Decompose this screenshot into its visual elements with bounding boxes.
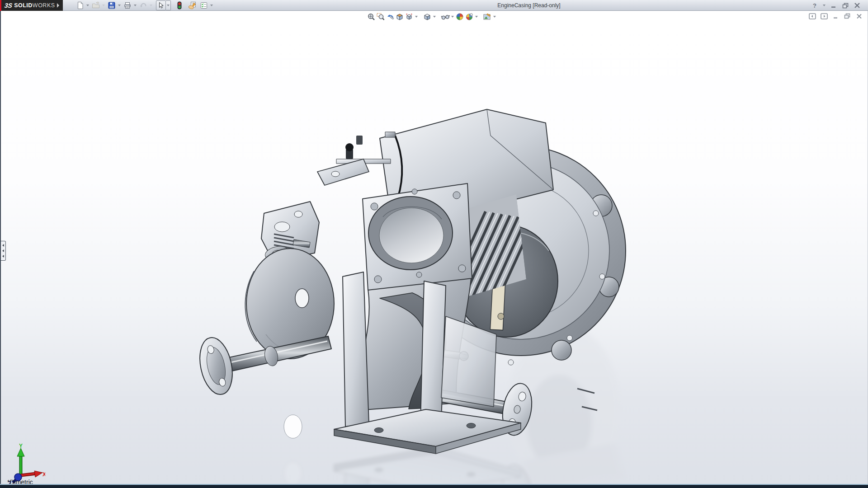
undo-button[interactable] [138,0,148,10]
print-dropdown[interactable] [132,0,137,10]
pane-previous-icon [809,13,816,19]
view-orientation-dropdown[interactable] [414,12,419,22]
file-properties-button[interactable] [187,0,197,10]
zoom-to-area-button[interactable] [376,12,385,21]
apply-scene-icon [465,13,473,21]
open-button[interactable] [91,0,101,10]
restore-icon [842,3,849,9]
save-floppy-icon [108,1,116,9]
view-orientation-icon [405,13,413,21]
model-left-bracket [261,159,369,262]
close-button[interactable] [853,1,862,9]
options-dropdown[interactable] [209,0,214,10]
zoom-to-area-icon [377,13,385,21]
doc-minimize-icon [833,14,839,19]
save-button[interactable] [107,0,117,10]
rebuild-button[interactable] [175,0,184,10]
view-orientation-button[interactable] [404,12,414,21]
print-button[interactable] [123,0,132,10]
pane-next-icon [821,13,828,19]
menu-flyout-arrow-icon[interactable] [55,1,61,9]
triad-x-label: X [42,471,45,478]
standard-toolbar [75,0,215,10]
engine-casing-model [1,11,868,484]
title-bar: 3S SOLIDWORKS [0,0,868,11]
view-settings-dropdown[interactable] [492,12,497,22]
apply-scene-button[interactable] [464,12,474,21]
app-window-controls: ? [810,0,862,11]
feature-pane-collapsed-tab[interactable] [1,241,6,261]
open-dropdown[interactable] [101,0,106,10]
hide-show-items-dropdown[interactable] [450,12,455,22]
document-window-controls [808,13,863,19]
display-style-icon [423,13,431,21]
heads-up-view-toolbar [366,12,497,21]
view-settings-icon [483,13,491,21]
select-tool-button[interactable] [156,0,166,10]
dassault-3ds-mark-icon: 3S [4,2,13,9]
help-button[interactable]: ? [810,1,819,9]
save-dropdown[interactable] [117,0,122,10]
undo-arrow-icon [139,1,147,9]
pane-next-button[interactable] [820,13,828,19]
solidworks-wordmark: SOLIDWORKS [14,2,55,9]
doc-close-button[interactable] [855,13,863,19]
bottom-window-edge [0,484,868,488]
minimize-icon [831,3,837,8]
print-icon [123,1,132,9]
minimize-button[interactable] [829,1,838,9]
view-orientation-label: *Dimetric [7,479,33,484]
collapse-arrow-icon [2,249,4,252]
help-dropdown[interactable] [822,1,826,9]
appearance-ball-icon [456,13,464,21]
eyeglasses-icon [441,13,450,21]
new-document-dropdown[interactable] [85,0,90,10]
view-settings-button[interactable] [482,12,492,21]
document-title: EngineCasing [Read-only] [433,0,625,10]
close-icon [854,3,860,8]
display-style-button[interactable] [422,12,432,21]
section-view-button[interactable] [395,12,404,21]
undo-dropdown[interactable] [148,0,153,10]
pane-previous-button[interactable] [808,13,816,19]
previous-view-button[interactable] [385,12,395,21]
zoom-to-fit-icon [367,13,375,21]
new-document-icon [76,1,84,9]
doc-minimize-button[interactable] [832,13,840,19]
open-folder-icon [92,1,100,9]
edit-appearance-button[interactable] [455,12,464,21]
options-button[interactable] [199,0,209,10]
traffic-light-icon [175,1,184,9]
display-style-dropdown[interactable] [432,12,437,22]
logo-red-accent [0,0,1,11]
solidworks-logo: 3S SOLIDWORKS [0,0,63,11]
doc-restore-button[interactable] [844,13,851,19]
restore-button[interactable] [841,1,850,9]
triad-y-label: Y [19,444,23,449]
doc-restore-icon [844,13,851,19]
apply-scene-dropdown[interactable] [474,12,479,22]
collapse-arrow-icon [2,255,4,258]
file-properties-icon [188,1,197,9]
reference-triad: Y X Z [5,444,45,484]
collapse-arrow-icon [2,244,4,247]
zoom-to-fit-button[interactable] [366,12,376,21]
options-checklist-icon [200,1,208,9]
viewport-canvas[interactable]: Y X Z *Dimetric [0,11,868,484]
doc-close-icon [856,14,862,19]
select-tool-dropdown[interactable] [166,0,171,10]
select-cursor-icon [157,2,165,9]
previous-view-icon [386,13,394,21]
hide-show-items-button[interactable] [440,12,450,21]
section-view-icon [396,13,404,21]
new-document-button[interactable] [75,0,85,10]
